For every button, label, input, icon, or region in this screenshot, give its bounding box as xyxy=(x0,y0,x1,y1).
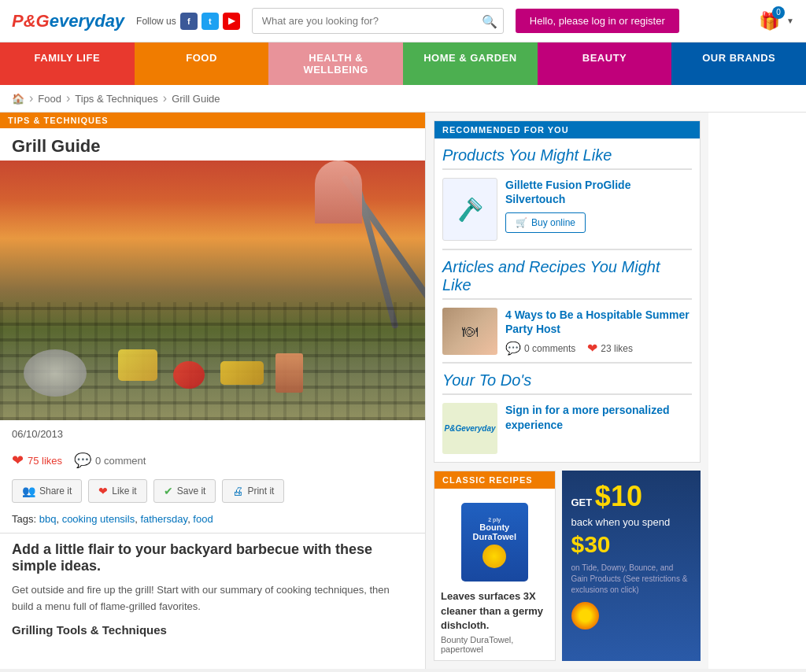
article-stats: 💬 0 comments ❤ 23 likes xyxy=(505,341,692,356)
article-intro-text: Get outside and fire up the grill! Start… xyxy=(12,582,413,615)
recommended-header: RECOMMENDED FOR YOU xyxy=(434,121,700,138)
main-container: TIPS & TECHNIQUES Grill Guide xyxy=(0,113,806,669)
article-likes-stat: ❤ 23 likes xyxy=(587,341,633,356)
login-button[interactable]: Hello, please log in or register xyxy=(516,9,679,33)
article-comments-stat: 💬 0 comments xyxy=(505,341,575,356)
article-meta: 06/10/2013 xyxy=(0,420,425,448)
article-content: TIPS & TECHNIQUES Grill Guide xyxy=(0,113,425,669)
article-list-item: 🍽 4 Ways to Be a Hospitable Summer Party… xyxy=(442,308,692,356)
save-button[interactable]: ✔ Save it xyxy=(153,479,216,503)
nav-food[interactable]: FOOD xyxy=(135,42,269,85)
article-thumbnail: 🍽 xyxy=(442,308,497,355)
nav-family-life[interactable]: FAMILY LIFE xyxy=(0,42,135,85)
tag-bbq[interactable]: bbq xyxy=(39,513,57,525)
classic-product-text: Leaves surfaces 3X cleaner than a germy … xyxy=(441,589,549,633)
comments-icon: 💬 xyxy=(505,341,521,356)
cart-badge: 0 xyxy=(772,6,785,19)
breadcrumb-food[interactable]: Food xyxy=(38,93,61,105)
main-nav: FAMILY LIFE FOOD HEALTH & WELLBEING HOME… xyxy=(0,42,806,85)
gift-area[interactable]: 🎁 0 xyxy=(759,11,780,31)
site-logo: P&Geveryday xyxy=(12,11,124,31)
nav-beauty[interactable]: BEAUTY xyxy=(538,42,672,85)
todo-section-title: Your To Do's xyxy=(442,371,692,395)
classic-recipes-header: CLASSIC RECIPES xyxy=(434,471,555,489)
product-info: Gillette Fusion ProGlide Silvertouch 🛒 B… xyxy=(505,178,692,233)
article-subheading: Grilling Tools & Techniques xyxy=(12,623,413,637)
article-date: 06/10/2013 xyxy=(12,428,63,440)
print-button[interactable]: 🖨 Print it xyxy=(222,479,284,503)
like-button[interactable]: ❤ Like it xyxy=(88,479,146,503)
tags-section: Tags: bbq, cooking utensils, fathersday,… xyxy=(0,509,425,533)
likes-text: 75 likes xyxy=(28,455,62,467)
recommended-body: Products You Might Like 🪒 Gillette Fusio… xyxy=(434,138,700,462)
action-buttons: 👥 Share it ❤ Like it ✔ Save it 🖨 Print i… xyxy=(0,473,425,509)
todo-info: Sign in for a more personalized experien… xyxy=(505,403,692,431)
todo-item: P&Geveryday Sign in for a more personali… xyxy=(442,403,692,454)
sep2: › xyxy=(66,91,70,105)
cart-icon: 🛒 xyxy=(516,217,527,228)
recommended-box: RECOMMENDED FOR YOU Products You Might L… xyxy=(434,120,701,463)
todo-section: Your To Do's P&Geveryday Sign in for a m… xyxy=(442,362,692,454)
article-item-link[interactable]: 4 Ways to Be a Hospitable Summer Party H… xyxy=(505,308,692,336)
share-button[interactable]: 👥 Share it xyxy=(12,479,82,503)
breadcrumb: 🏠 › Food › Tips & Techniques › Grill Gui… xyxy=(0,85,806,113)
tag-fathersday[interactable]: fathersday xyxy=(140,513,187,525)
nav-health-wellbeing[interactable]: HEALTH & WELLBEING xyxy=(268,42,403,85)
articles-section: Articles and Recipes You Might Like 🍽 4 … xyxy=(442,249,692,356)
hero-image xyxy=(0,161,425,420)
article-intro-heading: Add a little flair to your backyard barb… xyxy=(12,541,413,574)
like-icon: ❤ xyxy=(98,485,108,497)
like-count: ❤ 75 likes xyxy=(12,452,62,469)
dropdown-arrow-icon[interactable]: ▼ xyxy=(786,17,794,25)
search-button[interactable]: 🔍 xyxy=(482,13,497,28)
comment-count: 💬 0 comment xyxy=(74,452,146,469)
article-item-info: 4 Ways to Be a Hospitable Summer Party H… xyxy=(505,308,692,356)
product-item: 🪒 Gillette Fusion ProGlide Silvertouch 🛒… xyxy=(442,178,692,241)
comment-bubble-icon: 💬 xyxy=(74,452,91,469)
sep3: › xyxy=(163,91,167,105)
header: P&Geveryday Follow us f t ▶ 🔍 Hello, ple… xyxy=(0,0,806,42)
tag-cooking-utensils[interactable]: cooking utensils xyxy=(62,513,135,525)
youtube-icon[interactable]: ▶ xyxy=(223,13,240,30)
save-icon: ✔ xyxy=(164,485,173,497)
promo-middle-text: back when you spend xyxy=(571,516,692,528)
article-title: Grill Guide xyxy=(0,128,425,161)
articles-section-title: Articles and Recipes You Might Like xyxy=(442,258,692,300)
tags-label: Tags: xyxy=(12,513,36,525)
sep1: › xyxy=(29,91,33,105)
twitter-icon[interactable]: t xyxy=(202,13,219,30)
product-thumbnail: 🪒 xyxy=(442,178,497,241)
heart-icon: ❤ xyxy=(12,452,24,469)
right-sidebar: RECOMMENDED FOR YOU Products You Might L… xyxy=(425,113,708,669)
promo-spend-amount: $30 xyxy=(571,531,692,558)
bottom-boxes: CLASSIC RECIPES 2 ply BountyDuraTowel Le… xyxy=(434,471,701,661)
search-bar: 🔍 xyxy=(252,8,504,34)
todo-thumbnail: P&Geveryday xyxy=(442,403,497,454)
promo-box[interactable]: GET $10 back when you spend $30 on Tide,… xyxy=(562,471,701,661)
todo-link[interactable]: Sign in for a more personalized experien… xyxy=(505,404,669,430)
product-link[interactable]: Gillette Fusion ProGlide Silvertouch xyxy=(505,178,692,206)
home-icon[interactable]: 🏠 xyxy=(12,93,24,105)
promo-get-text: GET $10 xyxy=(571,480,692,513)
nav-home-garden[interactable]: HOME & GARDEN xyxy=(403,42,538,85)
article-intro: Add a little flair to your backyard barb… xyxy=(0,533,425,644)
classic-recipes-body: 2 ply BountyDuraTowel Leaves surfaces 3X… xyxy=(434,489,555,660)
breadcrumb-tips[interactable]: Tips & Techniques xyxy=(75,93,158,105)
comments-text: 0 comment xyxy=(95,455,146,467)
promo-subtext: on Tide, Downy, Bounce, and Gain Product… xyxy=(571,563,692,596)
article-category-label: TIPS & TECHNIQUES xyxy=(0,113,425,128)
tag-food[interactable]: food xyxy=(193,513,213,525)
products-section-title: Products You Might Like xyxy=(442,146,692,170)
nav-our-brands[interactable]: OUR BRANDS xyxy=(671,42,806,85)
classic-product-subtext: Bounty DuraTowel, papertowel xyxy=(441,635,549,654)
share-icon: 👥 xyxy=(22,485,35,497)
classic-product-image: 2 ply BountyDuraTowel xyxy=(441,495,549,589)
classic-recipes-box: CLASSIC RECIPES 2 ply BountyDuraTowel Le… xyxy=(434,471,556,661)
search-input[interactable] xyxy=(252,8,504,34)
header-icons: 🎁 0 ▼ xyxy=(759,11,794,31)
print-icon: 🖨 xyxy=(232,485,243,497)
buy-online-button[interactable]: 🛒 Buy online xyxy=(505,212,586,233)
facebook-icon[interactable]: f xyxy=(180,13,198,30)
heart-stat-icon: ❤ xyxy=(587,341,597,356)
breadcrumb-current: Grill Guide xyxy=(172,93,220,105)
